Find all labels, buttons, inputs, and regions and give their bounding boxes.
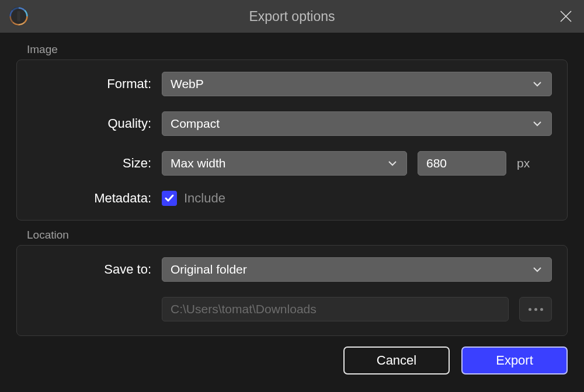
format-row: Format: WebP [32, 72, 552, 96]
quality-label: Quality: [32, 116, 162, 131]
size-unit: px [517, 156, 530, 170]
format-select[interactable]: WebP [162, 72, 552, 96]
size-mode-value: Max width [171, 156, 226, 170]
titlebar: Export options [0, 0, 584, 33]
saveto-value: Original folder [171, 262, 247, 276]
saveto-label: Save to: [32, 262, 162, 277]
size-value-input[interactable]: 680 [418, 151, 506, 176]
format-value: WebP [171, 77, 204, 91]
close-icon [559, 10, 572, 23]
check-icon [164, 193, 175, 204]
quality-value: Compact [171, 117, 220, 131]
chevron-down-icon [531, 264, 543, 275]
path-input[interactable]: C:\Users\tomat\Downloads [162, 297, 509, 321]
format-label: Format: [32, 76, 162, 92]
image-group: Format: WebP Quality: Compact Size: [16, 60, 568, 220]
cancel-button[interactable]: Cancel [343, 346, 450, 374]
saveto-row: Save to: Original folder [32, 257, 552, 282]
chevron-down-icon [531, 118, 543, 130]
ellipsis-icon [529, 308, 543, 311]
metadata-label: Metadata: [32, 191, 162, 206]
close-button[interactable] [554, 4, 578, 29]
metadata-checkbox[interactable] [162, 191, 177, 206]
path-value: C:\Users\tomat\Downloads [171, 302, 317, 316]
metadata-row: Metadata: Include [32, 191, 552, 206]
svg-rect-1 [17, 11, 20, 22]
size-mode-select[interactable]: Max width [162, 151, 407, 176]
location-group-label: Location [27, 229, 568, 242]
image-group-label: Image [27, 43, 568, 56]
quality-select[interactable]: Compact [162, 111, 552, 136]
location-group: Save to: Original folder C:\Users\tomat\… [16, 245, 568, 336]
dialog-content: Image Format: WebP Quality: Compact Size… [0, 33, 584, 336]
dialog-footer: Cancel Export [0, 336, 584, 374]
size-row: Size: Max width 680 px [32, 151, 552, 176]
app-icon [8, 6, 29, 27]
quality-row: Quality: Compact [32, 111, 552, 136]
path-row: C:\Users\tomat\Downloads [32, 297, 552, 321]
window-title: Export options [249, 9, 335, 24]
size-value: 680 [426, 156, 447, 170]
metadata-include-label: Include [184, 191, 225, 206]
browse-button[interactable] [519, 297, 552, 321]
size-label: Size: [32, 156, 162, 171]
chevron-down-icon [531, 78, 543, 90]
chevron-down-icon [387, 158, 398, 169]
export-button[interactable]: Export [461, 346, 568, 374]
saveto-select[interactable]: Original folder [162, 257, 552, 282]
